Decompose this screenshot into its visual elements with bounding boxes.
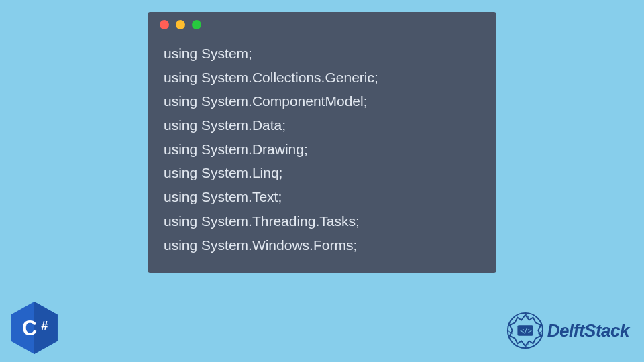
svg-text:#: # xyxy=(41,319,48,333)
code-window: using System; using System.Collections.G… xyxy=(148,12,496,273)
code-line: using System; xyxy=(164,42,480,66)
code-line: using System.Data; xyxy=(164,113,480,137)
minimize-dot xyxy=(176,20,185,29)
svg-text:</>: </> xyxy=(520,327,532,335)
code-line: using System.Drawing; xyxy=(164,137,480,162)
brand-name: DelftStack xyxy=(547,320,629,341)
brand-emblem-icon: </> xyxy=(506,311,545,350)
maximize-dot xyxy=(192,20,201,29)
code-line: using System.Windows.Forms; xyxy=(164,233,480,257)
csharp-badge-icon: C # xyxy=(11,302,58,354)
code-line: using System.Collections.Generic; xyxy=(164,66,480,90)
svg-text:C: C xyxy=(22,316,37,339)
code-line: using System.Threading.Tasks; xyxy=(164,209,480,233)
close-dot xyxy=(160,20,169,29)
code-line: using System.Text; xyxy=(164,185,480,209)
code-content: using System; using System.Collections.G… xyxy=(148,35,496,273)
brand-logo: </> DelftStack xyxy=(506,311,629,350)
window-controls xyxy=(148,12,496,35)
code-line: using System.Linq; xyxy=(164,161,480,185)
code-line: using System.ComponentModel; xyxy=(164,89,480,113)
